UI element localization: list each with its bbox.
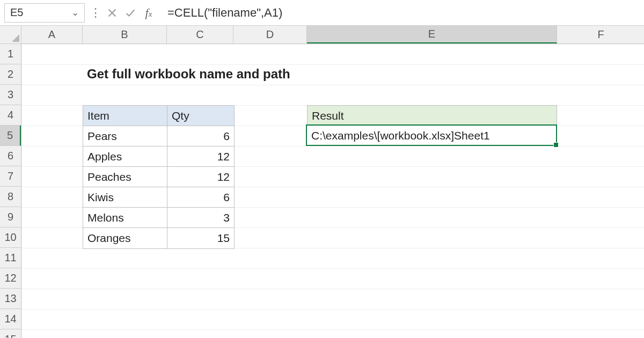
x-icon <box>106 7 118 19</box>
row-header-8[interactable]: 8 <box>0 187 21 207</box>
column-headers: A B C D E F <box>21 26 644 44</box>
cell-qty: 6 <box>167 126 234 146</box>
check-icon <box>125 7 136 19</box>
cell-item: Peaches <box>83 167 167 187</box>
cell-qty: 12 <box>167 167 234 187</box>
col-header-B[interactable]: B <box>83 26 167 43</box>
cell-item: Apples <box>83 146 167 167</box>
row-header-3[interactable]: 3 <box>0 85 21 105</box>
cancel-formula-button[interactable] <box>103 4 121 22</box>
cell-qty: 15 <box>167 228 234 248</box>
chevron-down-icon[interactable]: ⌄ <box>71 7 79 18</box>
row-header-6[interactable]: 6 <box>0 146 21 166</box>
cell-qty: 12 <box>167 146 234 167</box>
table-row[interactable]: Melons 3 <box>83 208 234 228</box>
col-header-E[interactable]: E <box>307 26 557 43</box>
table-row[interactable]: Pears 6 <box>83 126 234 146</box>
cell-qty: 3 <box>167 208 234 228</box>
col-header-A[interactable]: A <box>21 26 83 43</box>
col-header-C[interactable]: C <box>167 26 233 43</box>
row-header-7[interactable]: 7 <box>0 166 21 187</box>
table-header-qty[interactable]: Qty <box>167 106 234 126</box>
col-header-F[interactable]: F <box>557 26 644 43</box>
table-row[interactable]: Oranges 15 <box>83 228 234 248</box>
row-headers: 1 2 3 4 5 6 7 8 9 10 11 12 13 14 15 <box>0 44 21 338</box>
insert-function-button[interactable]: fx <box>140 4 158 22</box>
formula-input[interactable] <box>158 3 640 23</box>
row-header-10[interactable]: 10 <box>0 227 21 248</box>
page-title: Get full workbook name and path <box>87 67 290 82</box>
row-header-9[interactable]: 9 <box>0 207 21 227</box>
row-header-1[interactable]: 1 <box>0 44 21 64</box>
result-header[interactable]: Result <box>307 105 557 126</box>
row-header-2[interactable]: 2 <box>0 64 21 85</box>
spreadsheet-area: A B C D E F 1 2 3 4 5 6 7 8 9 10 11 12 1… <box>0 26 644 338</box>
cell-item: Melons <box>83 208 167 228</box>
table-row[interactable]: Peaches 12 <box>83 167 234 187</box>
name-box-value: E5 <box>10 6 23 19</box>
data-table: Item Qty Pears 6 Apples 12 Peaches 12 Ki… <box>83 105 235 249</box>
col-header-D[interactable]: D <box>233 26 307 43</box>
row-header-11[interactable]: 11 <box>0 248 21 268</box>
enter-formula-button[interactable] <box>121 4 140 22</box>
row-header-4[interactable]: 4 <box>0 105 21 126</box>
row-header-13[interactable]: 13 <box>0 289 21 309</box>
name-box[interactable]: E5 ⌄ <box>4 3 85 23</box>
fx-icon: fx <box>145 6 152 20</box>
row-header-15[interactable]: 15 <box>0 329 21 338</box>
cell-item: Pears <box>83 126 167 146</box>
result-value: C:\examples\[workbook.xlsx]Sheet1 <box>307 126 557 146</box>
formula-bar-separator: ⋮ <box>89 6 102 20</box>
row-header-14[interactable]: 14 <box>0 309 21 329</box>
formula-bar: E5 ⌄ ⋮ fx <box>0 0 644 26</box>
table-header-item[interactable]: Item <box>83 106 167 126</box>
cell-item: Oranges <box>83 228 167 248</box>
row-header-12[interactable]: 12 <box>0 268 21 289</box>
table-row[interactable]: Apples 12 <box>83 146 234 167</box>
row-header-5[interactable]: 5 <box>0 126 21 146</box>
select-all-corner[interactable] <box>0 26 21 44</box>
cell-item: Kiwis <box>83 187 167 208</box>
cell-qty: 6 <box>167 187 234 208</box>
cell-grid[interactable]: // placeholder so structure reads — actu… <box>21 44 644 338</box>
table-row[interactable]: Kiwis 6 <box>83 187 234 208</box>
